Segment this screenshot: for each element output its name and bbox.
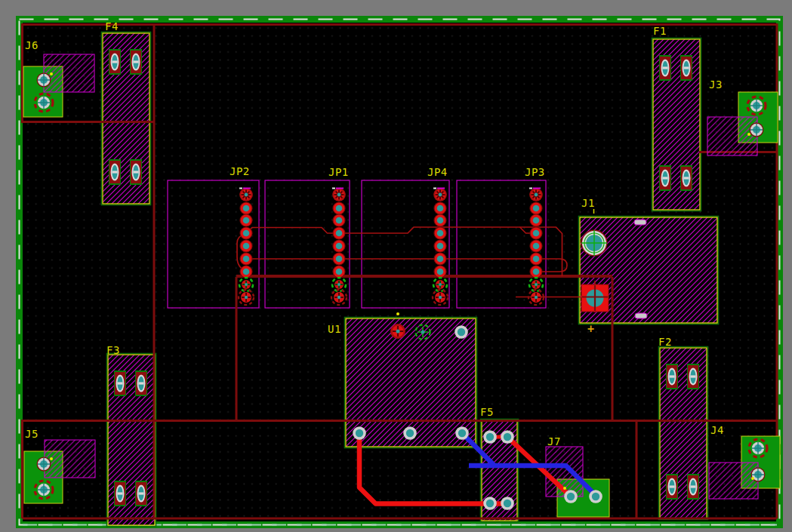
pcb-editor-canvas: J6 F4 F1 J3 JP2 JP1 JP4 JP3 J1 U1 F3 F2 … <box>0 0 792 532</box>
label-JP4[interactable]: JP4 <box>427 166 448 178</box>
label-J3[interactable]: J3 <box>709 78 723 91</box>
component-F1[interactable] <box>652 38 701 211</box>
component-F3[interactable] <box>107 354 156 527</box>
label-J6[interactable]: J6 <box>25 39 39 51</box>
label-F3[interactable]: F3 <box>106 344 120 356</box>
label-F5[interactable]: F5 <box>480 406 494 418</box>
smd-pad[interactable] <box>634 220 646 225</box>
label-J7[interactable]: J7 <box>547 435 561 447</box>
label-F1[interactable]: F1 <box>653 25 667 37</box>
label-JP2[interactable]: JP2 <box>230 165 250 177</box>
label-F4[interactable]: F4 <box>105 20 119 32</box>
label-F2[interactable]: F2 <box>658 336 672 348</box>
component-F2[interactable] <box>659 347 708 520</box>
pcb-layout-view[interactable]: J6 F4 F1 J3 JP2 JP1 JP4 JP3 J1 U1 F3 F2 … <box>0 0 792 532</box>
component-F4[interactable] <box>102 32 151 205</box>
label-JP3[interactable]: JP3 <box>525 166 545 178</box>
label-U1[interactable]: U1 <box>328 323 341 335</box>
label-J5[interactable]: J5 <box>25 428 39 440</box>
label-J4[interactable]: J4 <box>710 424 724 436</box>
smd-pad[interactable] <box>635 313 647 318</box>
label-JP1[interactable]: JP1 <box>328 166 349 178</box>
label-J1[interactable]: J1 <box>581 197 595 209</box>
label-J1-plus: + <box>587 322 595 336</box>
